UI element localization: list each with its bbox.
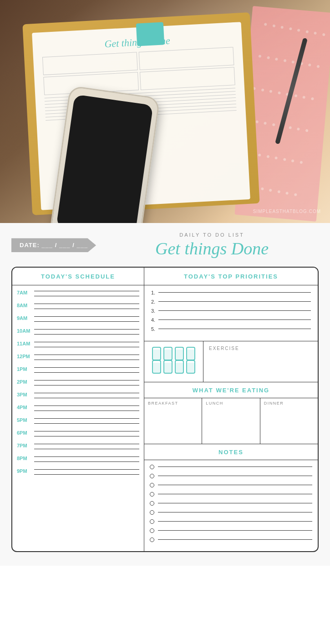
time-lines-7pm	[34, 442, 139, 454]
meals-section: WHAT WE'RE EATING BREAKFAST LUNCH DINNER	[144, 382, 318, 444]
planner-header: DATE: ___ / ___ / ___ DAILY TO DO LIST G…	[11, 232, 319, 259]
time-label-8pm: 8PM	[17, 455, 34, 461]
note-item-7	[150, 519, 312, 524]
time-slot-8pm: 8PM	[17, 455, 139, 467]
note-line-2	[158, 476, 312, 476]
water-cup-6	[163, 363, 173, 374]
time-slot-11am: 11AM	[17, 340, 139, 352]
subtitle: DAILY TO DO LIST	[105, 232, 319, 238]
watermark: SIMPLEASTHATBLOG.COM	[253, 209, 321, 214]
date-badge: DATE: ___ / ___ / ___	[11, 238, 96, 252]
dinner-col: DINNER	[260, 398, 318, 444]
time-lines-3pm	[34, 391, 139, 403]
time-slot-6pm: 6PM	[17, 429, 139, 441]
dinner-label: DINNER	[264, 401, 314, 406]
water-cup-8	[186, 363, 195, 374]
priority-num-1: 1.	[151, 290, 158, 295]
note-bullet-7	[150, 519, 154, 524]
time-lines-10am	[34, 327, 139, 339]
time-label-8am: 8AM	[17, 302, 34, 308]
priority-item-5: 5.	[151, 326, 311, 332]
priorities-header: TODAY'S TOP PRIORITIES	[144, 268, 318, 285]
time-label-12pm: 12PM	[17, 353, 34, 359]
time-label-5pm: 5PM	[17, 416, 34, 423]
note-line-8	[158, 530, 312, 531]
time-lines-5pm	[34, 416, 139, 428]
note-item-9	[150, 538, 312, 542]
time-label-9am: 9AM	[17, 314, 34, 321]
priority-num-3: 3.	[151, 308, 158, 314]
note-line-7	[158, 521, 312, 522]
water-cups	[152, 350, 195, 374]
time-lines-12pm	[34, 353, 139, 365]
priority-num-5: 5.	[151, 326, 158, 332]
lunch-label: LUNCH	[206, 401, 256, 406]
water-cup-1	[152, 350, 161, 360]
clipboard-grid	[42, 47, 235, 95]
time-label-10am: 10AM	[17, 327, 34, 334]
note-bullet-8	[150, 528, 154, 533]
note-item-6	[150, 510, 312, 515]
time-lines-7am	[34, 289, 139, 301]
breakfast-label: BREAKFAST	[148, 401, 198, 406]
note-line-4	[158, 494, 312, 494]
time-slot-10am: 10AM	[17, 327, 139, 339]
note-line-3	[158, 485, 312, 485]
note-line-6	[158, 512, 312, 512]
time-label-7pm: 7PM	[17, 442, 34, 448]
note-bullet-4	[150, 492, 154, 497]
water-cup-4	[186, 350, 195, 360]
time-slot-4pm: 4PM	[17, 404, 139, 416]
meals-header: WHAT WE'RE EATING	[144, 382, 318, 398]
time-label-3pm: 3PM	[17, 391, 34, 397]
time-lines-6pm	[34, 429, 139, 441]
time-label-4pm: 4PM	[17, 404, 34, 410]
time-slot-12pm: 12PM	[17, 353, 139, 365]
lunch-col: LUNCH	[202, 398, 260, 444]
water-cup-2	[163, 350, 173, 360]
priority-item-2: 2.	[151, 299, 311, 304]
water-cup-7	[175, 363, 184, 374]
priority-line-1	[158, 292, 311, 293]
time-lines-8pm	[34, 455, 139, 467]
note-bullet-6	[150, 510, 154, 515]
breakfast-col: BREAKFAST	[144, 398, 202, 444]
time-lines-1pm	[34, 365, 139, 377]
priority-line-4	[158, 319, 311, 320]
time-slot-9pm: 9PM	[17, 467, 139, 479]
water-exercise-section: EXERCISE	[144, 341, 318, 382]
time-label-6pm: 6PM	[17, 429, 34, 436]
time-lines-2pm	[34, 378, 139, 390]
schedule-column: TODAY'S SCHEDULE 7AM 8AM	[12, 268, 144, 551]
time-slot-7am: 7AM	[17, 289, 139, 301]
notes-header-text: NOTES	[218, 449, 244, 456]
schedule-header: TODAY'S SCHEDULE	[12, 268, 144, 285]
main-title: Get things Done	[105, 239, 319, 259]
note-line-5	[158, 503, 312, 503]
priority-num-4: 4.	[151, 317, 158, 323]
note-item-8	[150, 528, 312, 533]
note-line-9	[158, 539, 312, 540]
time-lines-9pm	[34, 467, 139, 479]
notes-list	[144, 460, 318, 551]
time-label-7am: 7AM	[17, 289, 34, 295]
note-bullet-1	[150, 465, 154, 469]
time-slot-8am: 8AM	[17, 302, 139, 314]
clipboard-cell	[139, 47, 234, 70]
priorities-header-text: TODAY'S TOP PRIORITIES	[184, 273, 278, 280]
priorities-list: 1. 2. 3. 4.	[144, 285, 318, 341]
schedule-header-text: TODAY'S SCHEDULE	[41, 273, 115, 280]
meals-header-text: WHAT WE'RE EATING	[193, 387, 269, 394]
header-right: DAILY TO DO LIST Get things Done	[96, 232, 319, 259]
priority-num-2: 2.	[151, 299, 158, 304]
time-label-9pm: 9PM	[17, 467, 34, 474]
priority-line-3	[158, 310, 311, 311]
phone-screen	[56, 94, 153, 223]
note-bullet-2	[150, 474, 154, 478]
time-lines-4pm	[34, 404, 139, 416]
time-slot-2pm: 2PM	[17, 378, 139, 390]
time-slot-7pm: 7PM	[17, 442, 139, 454]
note-item-3	[150, 483, 312, 487]
meals-grid: BREAKFAST LUNCH DINNER	[144, 398, 318, 444]
binder-clip	[136, 22, 165, 46]
